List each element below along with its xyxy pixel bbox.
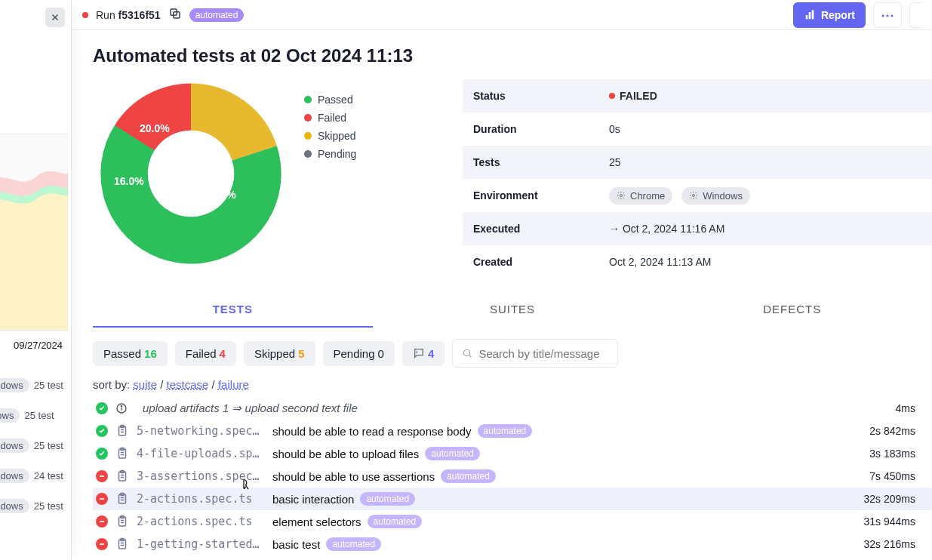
status-fail-icon — [96, 515, 108, 528]
duration: 31s 944ms — [861, 515, 929, 528]
spec-file: 3-assertions.spec.ts — [137, 469, 265, 483]
test-title: element selectorsautomated — [272, 515, 854, 528]
spec-file: 4-file-uploads.spe… — [137, 447, 265, 460]
search-box[interactable] — [452, 339, 618, 368]
svg-rect-7 — [812, 10, 814, 19]
tab-suites[interactable]: SUITES — [373, 292, 653, 328]
sort-failure[interactable]: failure — [218, 378, 249, 391]
clipboard-icon — [115, 537, 129, 551]
duration: 4ms — [861, 402, 929, 414]
tab-close-button[interactable] — [45, 8, 65, 27]
more-button[interactable]: ⋯ — [873, 2, 902, 28]
sort-by: sort by: suite / testcase / failure — [93, 378, 932, 391]
status-pass-icon — [96, 448, 108, 460]
test-title: basic interactionautomated — [272, 492, 854, 506]
gear-icon — [689, 191, 698, 200]
search-input[interactable] — [478, 347, 608, 360]
svg-point-14 — [464, 349, 470, 355]
run-label: Run f5316f51 — [96, 9, 161, 21]
duration-value: 0s — [609, 123, 620, 135]
sort-suite[interactable]: suite — [133, 378, 157, 391]
test-row[interactable]: 3-assertions.spec.tsshould be able to us… — [93, 465, 932, 488]
status-pass-icon — [96, 402, 108, 414]
automated-badge: automated — [189, 8, 245, 22]
automated-badge: automated — [425, 447, 480, 460]
filter-passed[interactable]: Passed 16 — [93, 341, 168, 366]
date-label: 09/27/2024 — [14, 340, 63, 351]
ellipsis-icon: ⋯ — [881, 7, 894, 23]
duration: 3s 183ms — [861, 448, 929, 460]
test-row[interactable]: 2-actions.spec.tselement selectorsautoma… — [93, 510, 932, 533]
os-pill: Windows — [0, 469, 29, 483]
chart-legend: Passed Failed Skipped Pending — [304, 91, 356, 163]
status-fail-icon — [96, 493, 108, 505]
duration: 2s 842ms — [861, 425, 929, 437]
clipboard-icon — [115, 424, 129, 438]
duration: 32s 209ms — [861, 493, 929, 505]
clipboard-icon — [115, 447, 129, 460]
copy-button[interactable] — [168, 7, 182, 23]
clipboard-icon — [115, 492, 129, 506]
pct-skipped: 20.0% — [140, 122, 170, 134]
donut-chart: 64.0% 16.0% 20.0% — [93, 75, 289, 272]
gear-icon — [617, 191, 626, 200]
os-pill: Windows — [0, 378, 29, 392]
page-title: Automated tests at 02 Oct 2024 11:13 — [93, 45, 932, 66]
executed-value: → Oct 2, 2024 11:16 AM — [609, 223, 724, 235]
filter-pending[interactable]: Pending 0 — [323, 341, 395, 366]
status-fail-icon — [96, 470, 108, 482]
run-list-peek: Windows25 test indows25 test Windows25 t… — [0, 370, 68, 521]
os-pill: Windows — [0, 499, 29, 513]
tab-defects[interactable]: DEFECTS — [652, 292, 932, 328]
svg-line-15 — [469, 355, 472, 358]
test-row[interactable]: mocked responsesbe able to mock response… — [93, 555, 932, 560]
sort-testcase[interactable]: testcase — [167, 378, 209, 391]
os-pill: Windows — [0, 438, 29, 453]
test-row[interactable]: 4-file-uploads.spe…should be able to upl… — [93, 442, 932, 465]
automated-badge: automated — [478, 424, 533, 438]
filter-messages[interactable]: 4 — [402, 341, 444, 366]
created-value: Oct 2, 2024 11:13 AM — [609, 256, 711, 268]
test-title: should be able to upload filesautomated — [272, 447, 854, 460]
spec-file: 2-actions.spec.ts — [137, 492, 265, 506]
tests-value: 25 — [609, 156, 621, 168]
report-button[interactable]: Report — [793, 2, 866, 28]
test-row[interactable]: 5-networking.spec.tsshould be able to re… — [93, 420, 932, 442]
close-icon — [50, 12, 60, 23]
svg-rect-5 — [806, 15, 808, 19]
os-pill: indows — [0, 408, 20, 423]
trailing-button-peek[interactable] — [909, 2, 921, 28]
tab-tests[interactable]: TESTS — [93, 292, 373, 328]
env-chrome: Chrome — [609, 187, 672, 205]
test-row[interactable]: 2-actions.spec.tsbasic interactionautoma… — [93, 488, 932, 510]
automated-badge: automated — [441, 469, 496, 483]
filter-failed[interactable]: Failed 4 — [175, 341, 236, 366]
automated-badge: automated — [368, 515, 423, 528]
test-title: upload artifacts 1 ⇒ upload second text … — [143, 402, 854, 415]
message-icon — [413, 347, 425, 359]
duration: 32s 216ms — [861, 538, 929, 550]
copy-icon — [168, 7, 182, 20]
svg-rect-6 — [809, 12, 811, 19]
pct-failed: 16.0% — [114, 175, 144, 187]
section-tabs: TESTS SUITES DEFECTS — [93, 292, 932, 328]
test-row[interactable]: 1-getting-started.…basic testautomated32… — [93, 533, 932, 555]
spec-file: 1-getting-started.… — [137, 537, 265, 551]
filter-skipped[interactable]: Skipped 5 — [244, 341, 315, 366]
status-fail-icon — [96, 538, 108, 550]
automated-badge: automated — [360, 492, 415, 506]
status-value: FAILED — [620, 90, 657, 102]
search-icon — [462, 347, 472, 359]
env-windows: Windows — [681, 187, 750, 205]
test-row[interactable]: upload artifacts 1 ⇒ upload second text … — [93, 397, 932, 420]
svg-point-18 — [121, 406, 121, 407]
test-title: should be able to read a response bodyau… — [272, 424, 854, 438]
test-title: basic testautomated — [272, 537, 854, 551]
clipboard-icon — [115, 515, 129, 528]
svg-point-12 — [693, 195, 695, 197]
clipboard-icon — [115, 469, 129, 483]
svg-point-11 — [620, 195, 623, 197]
test-title: should be able to use assertionsautomate… — [272, 469, 854, 483]
spec-file: 5-networking.spec.ts — [137, 424, 265, 438]
pct-passed: 64.0% — [206, 189, 236, 201]
